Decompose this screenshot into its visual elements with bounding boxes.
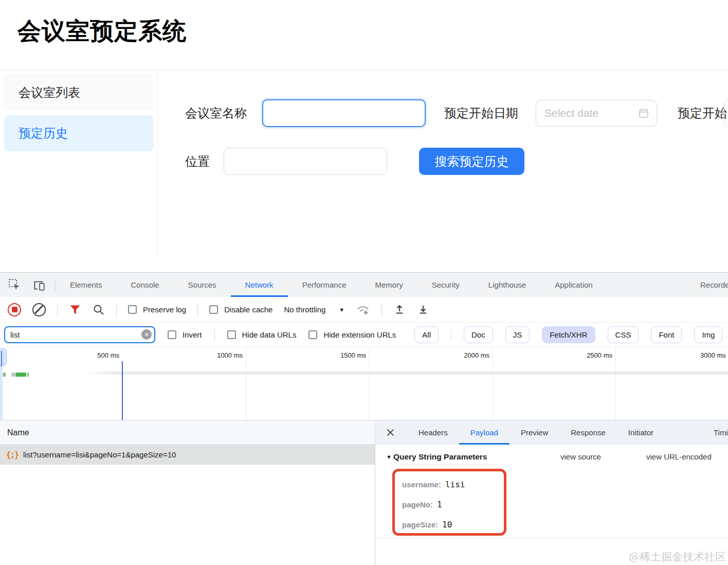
start-date-label: 预定开始日期 [444, 105, 518, 121]
timeline-tick: 3000 ms [700, 351, 728, 359]
network-overview-timeline[interactable]: 500 ms 1000 ms 1500 ms 2000 ms 2500 ms 3… [0, 347, 728, 420]
clear-network-log-icon[interactable] [32, 303, 46, 316]
param-row: username: lisi [402, 474, 504, 495]
network-toolbar: Preserve log Disable cache No throttling… [0, 297, 728, 323]
chip-divider [451, 329, 451, 341]
disclosure-triangle-icon[interactable]: ▼ [386, 454, 392, 460]
sidebar-item-room-list[interactable]: 会议室列表 [4, 75, 153, 111]
start-date-picker[interactable]: Select date [536, 100, 657, 127]
timeline-gridline [246, 347, 246, 420]
filter-chip-js[interactable]: JS [505, 326, 530, 343]
toolbar-divider [57, 303, 58, 316]
fetch-xhr-icon: {;} [6, 450, 19, 460]
tab-lighthouse[interactable]: Lighthouse [474, 273, 540, 297]
toolbar-divider [197, 303, 198, 316]
device-toolbar-icon[interactable] [27, 273, 55, 297]
tab-performance[interactable]: Performance [288, 273, 361, 297]
sidebar-item-label: 会议室列表 [19, 85, 80, 99]
preserve-log-label: Preserve log [143, 305, 186, 314]
start-time-picker-clipped[interactable] [724, 100, 728, 127]
filter-funnel-icon[interactable] [69, 304, 81, 315]
calendar-icon [638, 108, 649, 119]
tab-network[interactable]: Network [231, 273, 288, 297]
clear-filter-icon[interactable]: ✕ [141, 329, 152, 340]
disable-cache-checkbox[interactable] [209, 305, 218, 314]
invert-label: Invert [183, 330, 202, 339]
query-string-parameters-header: ▼ Query String Parameters view source vi… [386, 452, 725, 462]
details-tab-timing[interactable]: Timing [714, 420, 728, 445]
request-name-column-header[interactable]: Name [0, 420, 375, 445]
hide-extension-urls-checkbox[interactable] [308, 330, 317, 339]
chevron-down-icon: ▼ [339, 307, 344, 313]
request-row-selected[interactable]: {;} list?username=lisi&pageNo=1&pageSize… [0, 445, 375, 465]
import-har-icon[interactable] [393, 304, 406, 316]
throttling-value: No throttling [284, 305, 325, 314]
network-filter-row: ✕ Invert Hide data URLs Hide extension U… [0, 323, 728, 347]
network-conditions-icon[interactable] [356, 304, 370, 316]
location-input[interactable] [224, 148, 387, 175]
location-label: 位置 [185, 153, 210, 170]
timeline-load-band [86, 372, 728, 375]
timeline-tick: 2500 ms [561, 351, 612, 359]
export-har-icon[interactable] [417, 304, 429, 316]
request-activity-bar [11, 373, 15, 377]
hide-data-urls-checkbox[interactable] [227, 330, 236, 339]
details-tabbar: Headers Payload Preview Response Initiat… [376, 420, 728, 445]
timeline-gridline [493, 347, 493, 420]
inspect-element-icon[interactable] [0, 273, 27, 297]
room-name-input[interactable] [262, 99, 426, 127]
param-row: pageNo: 1 [402, 495, 504, 515]
sidebar-item-history[interactable]: 预定历史 [4, 115, 153, 151]
screen: 会议室预定系统 会议室列表 预定历史 会议室名称 预定开始日期 Select d… [0, 0, 728, 565]
view-source-link[interactable]: view source [560, 452, 601, 461]
tab-recorder[interactable]: Recorder [700, 273, 728, 297]
tab-security[interactable]: Security [417, 273, 474, 297]
request-details-pane: Headers Payload Preview Response Initiat… [376, 420, 728, 565]
overview-left-handle[interactable] [0, 348, 7, 366]
tab-memory[interactable]: Memory [361, 273, 417, 297]
filter-chip-fetch-xhr[interactable]: Fetch/XHR [542, 326, 595, 343]
details-tab-initiator[interactable]: Initiator [617, 420, 665, 445]
tab-application[interactable]: Application [540, 273, 607, 297]
param-value: 1 [437, 500, 442, 509]
tab-sources[interactable]: Sources [174, 273, 231, 297]
tab-console[interactable]: Console [117, 273, 174, 297]
devtools-tabbar: Elements Console Sources Network Perform… [0, 273, 728, 297]
filter-chip-img[interactable]: Img [694, 326, 722, 343]
details-section-divider [376, 538, 728, 539]
sidebar-item-label: 预定历史 [19, 126, 68, 140]
section-title[interactable]: Query String Parameters [393, 452, 487, 462]
param-key: pageNo: [402, 500, 433, 509]
timeline-gridline [369, 347, 370, 420]
details-tab-preview[interactable]: Preview [509, 420, 559, 445]
filter-divider [214, 328, 215, 342]
preserve-log-checkbox[interactable] [128, 305, 137, 314]
details-tab-payload[interactable]: Payload [459, 420, 509, 445]
details-tab-response[interactable]: Response [559, 420, 617, 445]
close-details-icon[interactable] [386, 428, 395, 437]
param-value: 10 [442, 520, 452, 529]
timeline-tick: 1000 ms [191, 351, 243, 359]
filter-input[interactable] [4, 326, 155, 343]
filter-chip-css[interactable]: CSS [608, 326, 639, 343]
details-tab-headers[interactable]: Headers [407, 420, 459, 445]
filter-chip-font[interactable]: Font [651, 326, 682, 343]
view-url-encoded-link[interactable]: view URL-encoded [646, 452, 712, 461]
watermark: @稀土掘金技术社区 [629, 550, 726, 564]
record-network-log-icon[interactable] [8, 303, 21, 316]
header-divider [0, 69, 728, 70]
search-icon[interactable] [93, 304, 105, 316]
request-activity-bar [27, 373, 29, 377]
filter-chip-all[interactable]: All [414, 326, 439, 343]
request-activity-bar [3, 373, 6, 377]
disable-cache-label: Disable cache [224, 305, 272, 314]
room-name-label: 会议室名称 [185, 105, 247, 121]
search-history-button[interactable]: 搜索预定历史 [419, 148, 524, 175]
invert-checkbox[interactable] [168, 330, 176, 339]
filter-chip-doc[interactable]: Doc [464, 326, 493, 343]
toolbar-divider [381, 303, 382, 316]
tab-elements[interactable]: Elements [56, 273, 117, 297]
throttling-dropdown[interactable]: No throttling ▼ [284, 305, 344, 314]
toolbar-divider [116, 303, 117, 316]
param-value: lisi [445, 480, 465, 489]
